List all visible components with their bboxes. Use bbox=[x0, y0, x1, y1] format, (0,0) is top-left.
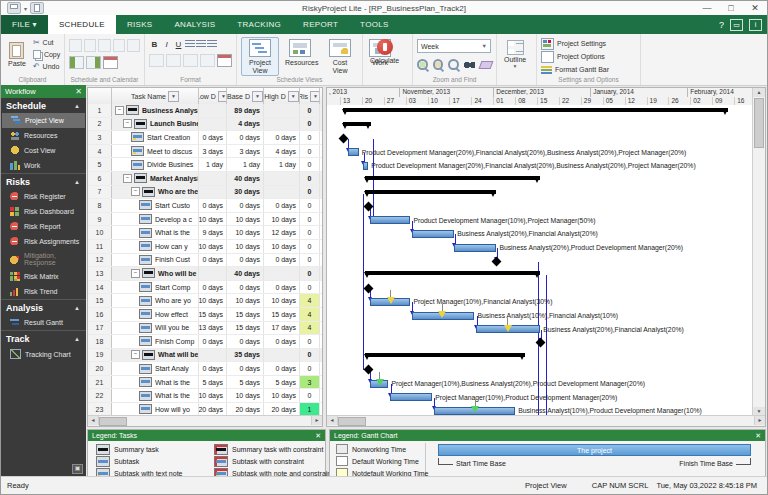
font-color-icon[interactable] bbox=[166, 54, 181, 67]
sidebar-item-risk-assignments[interactable]: Risk Assignments bbox=[1, 234, 86, 249]
unlink-tasks-icon[interactable] bbox=[113, 39, 126, 52]
zoom-icon[interactable] bbox=[448, 59, 459, 70]
sidebar-item-work[interactable]: Work bbox=[1, 158, 86, 173]
gantt-vertical-scrollbar[interactable]: ▲ ▼ bbox=[752, 88, 765, 416]
outline-button[interactable]: Outline ▼ bbox=[501, 39, 529, 70]
move-right-icon[interactable] bbox=[86, 56, 101, 69]
sidebar-section-header-schedule[interactable]: Schedule▲ bbox=[1, 98, 86, 113]
table-row-11[interactable]: 11How can y10 days10 days10 days0 bbox=[88, 240, 322, 254]
sidebar-item-cost-view[interactable]: Cost View bbox=[1, 143, 86, 158]
table-row-18[interactable]: 18Finish Comp0 days0 days0 days0 bbox=[88, 335, 322, 349]
table-row-15[interactable]: 15Who are yo10 days10 days10 days4 bbox=[88, 294, 322, 308]
task-bar[interactable] bbox=[370, 216, 411, 224]
summary-bar[interactable] bbox=[365, 271, 540, 275]
project-view-button[interactable]: Project View bbox=[241, 37, 279, 76]
close-button[interactable]: ✕ bbox=[743, 1, 767, 15]
sidebar-item-project-view[interactable]: Project View bbox=[2, 113, 85, 128]
move-left-icon[interactable] bbox=[69, 56, 84, 69]
sidebar-collapse-icon[interactable]: ▣ bbox=[72, 464, 83, 474]
calendar-icon[interactable] bbox=[103, 56, 118, 69]
summary-bar[interactable] bbox=[365, 190, 496, 194]
fill-color-icon[interactable] bbox=[149, 54, 164, 67]
task-name-cell[interactable]: Start Comp bbox=[112, 281, 199, 294]
task-name-cell[interactable]: −Who will be y bbox=[112, 267, 199, 280]
task-name-cell[interactable]: Start Custo bbox=[112, 199, 199, 212]
table-row-21[interactable]: 21What is the5 days5 days5 days3 bbox=[88, 376, 322, 390]
copy-button[interactable]: Copy bbox=[33, 49, 60, 60]
task-name-cell[interactable]: Who are yo bbox=[112, 294, 199, 307]
split-task-icon[interactable] bbox=[127, 39, 140, 52]
table-row-3[interactable]: 3Start Creation0 days0 days0 days0 bbox=[88, 131, 322, 145]
milestone-diamond[interactable] bbox=[363, 283, 373, 293]
summary-bar[interactable] bbox=[343, 108, 728, 112]
task-name-cell[interactable]: Finish Comp bbox=[112, 335, 199, 348]
sidebar-section-header-track[interactable]: Track▲ bbox=[1, 331, 86, 346]
milestone-diamond[interactable] bbox=[363, 202, 373, 212]
task-name-cell[interactable]: How can y bbox=[112, 240, 199, 253]
task-name-cell[interactable]: −Launch Busines bbox=[112, 118, 199, 131]
underline-button[interactable]: U bbox=[173, 39, 184, 50]
column-header-task-name[interactable]: Task Name▼ bbox=[112, 88, 199, 104]
table-row-12[interactable]: 12Finish Cust0 days0 days0 days0 bbox=[88, 254, 322, 268]
tab-analysis[interactable]: ANALYSIS bbox=[163, 15, 226, 34]
sidebar-item-resources[interactable]: Resources bbox=[1, 128, 86, 143]
tab-tools[interactable]: TOOLS bbox=[349, 15, 399, 34]
cost-view-button[interactable]: Cost View bbox=[321, 37, 359, 76]
table-row-13[interactable]: 13−Who will be y40 days0 bbox=[88, 267, 322, 281]
filter-caret-icon[interactable]: ▼ bbox=[168, 91, 179, 102]
scroll-right-icon[interactable]: ► bbox=[754, 416, 765, 425]
task-name-cell[interactable]: What is the bbox=[112, 226, 199, 239]
monitor-icon[interactable]: ▭ bbox=[730, 19, 743, 31]
format-cells-icon[interactable] bbox=[217, 54, 232, 67]
sidebar-item-mitigation-response[interactable]: Mitigation, Response bbox=[1, 249, 86, 269]
task-name-cell[interactable]: −Market Analysis bbox=[112, 172, 199, 185]
timescale-select[interactable]: Week▼ bbox=[417, 39, 491, 53]
milestone-diamond[interactable] bbox=[338, 134, 348, 144]
task-bar[interactable] bbox=[412, 230, 454, 238]
task-name-cell[interactable]: −Who are the bbox=[112, 186, 199, 199]
task-name-cell[interactable]: Start Analy bbox=[112, 362, 199, 375]
task-name-cell[interactable]: How effect bbox=[112, 308, 199, 321]
column-header-base-d[interactable]: Base D▼ bbox=[227, 88, 264, 104]
expand-collapse-icon[interactable]: − bbox=[131, 350, 140, 359]
calculate-button[interactable]: Calculate bbox=[367, 38, 402, 65]
resources-button[interactable]: Resources bbox=[281, 37, 319, 69]
info-icon[interactable]: i bbox=[749, 19, 762, 31]
task-name-cell[interactable]: Meet to discus bbox=[112, 145, 199, 158]
task-name-cell[interactable]: What is the bbox=[112, 376, 199, 389]
collapse-caret-icon[interactable]: ▲ bbox=[74, 103, 80, 109]
sidebar-item-risk-report[interactable]: Risk Report bbox=[1, 219, 86, 234]
column-left-icon[interactable] bbox=[183, 54, 198, 67]
table-horizontal-scrollbar[interactable]: ◄ ► bbox=[88, 415, 322, 426]
task-name-cell[interactable]: Will you be bbox=[112, 322, 199, 335]
cut-button[interactable]: ✂Cut bbox=[33, 37, 60, 48]
sidebar-item-tracking-chart[interactable]: Tracking Chart bbox=[1, 346, 86, 362]
column-right-icon[interactable] bbox=[200, 54, 215, 67]
align-right-icon[interactable] bbox=[207, 40, 217, 49]
table-row-6[interactable]: 6−Market Analysis40 days0 bbox=[88, 172, 322, 186]
sidebar-section-header-risks[interactable]: Risks▲ bbox=[1, 174, 86, 189]
expand-collapse-icon[interactable]: − bbox=[115, 106, 124, 115]
collapse-caret-icon[interactable]: ▲ bbox=[74, 179, 80, 185]
tab-schedule[interactable]: SCHEDULE bbox=[48, 15, 116, 34]
project-options-button[interactable]: Project Options bbox=[541, 51, 636, 62]
summary-bar[interactable] bbox=[365, 176, 540, 180]
zoom-in-icon[interactable] bbox=[417, 59, 428, 70]
task-bar[interactable] bbox=[390, 393, 432, 401]
task-name-cell[interactable]: How will yo bbox=[112, 403, 199, 416]
table-row-22[interactable]: 22What is the10 days10 days10 days0 bbox=[88, 389, 322, 403]
paste-button[interactable]: Paste bbox=[5, 41, 29, 68]
task-name-cell[interactable]: Divide Busines bbox=[112, 158, 199, 171]
filter-caret-icon[interactable]: ▼ bbox=[252, 91, 263, 102]
task-name-cell[interactable]: −Business Analysis bbox=[112, 104, 199, 117]
task-bar[interactable] bbox=[454, 244, 496, 252]
column-header-ris[interactable]: Ris▼ bbox=[300, 88, 320, 104]
undo-button[interactable]: ↶Undo bbox=[33, 61, 60, 72]
table-row-1[interactable]: 1−Business Analysis89 days0 bbox=[88, 104, 322, 118]
italic-button[interactable]: I bbox=[161, 39, 172, 50]
summary-bar[interactable] bbox=[365, 353, 525, 357]
sidebar-item-result-gantt[interactable]: Result Gantt bbox=[1, 315, 86, 330]
milestone-diamond[interactable] bbox=[491, 256, 501, 266]
table-row-8[interactable]: 8Start Custo0 days0 days0 days0 bbox=[88, 199, 322, 213]
legend-gantt-close-icon[interactable]: ✕ bbox=[755, 432, 761, 440]
